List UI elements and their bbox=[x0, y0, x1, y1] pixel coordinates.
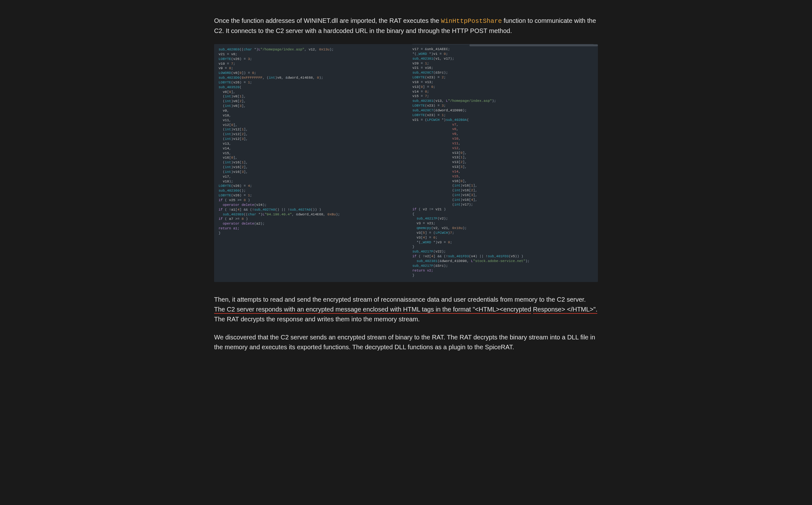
return-v2: return v2; bbox=[412, 269, 433, 273]
paragraph-3: We discovered that the C2 server sends a… bbox=[214, 332, 598, 352]
code-column-right: v17 = &unk_41AEEC; *(_WORD *)v1 = 0; sub… bbox=[412, 44, 593, 278]
hex-0x13u: 0x13u bbox=[319, 47, 330, 51]
inline-code-winhttppostshare: WinHttpPostShare bbox=[441, 17, 502, 25]
code-column-left: sub_4028E0((char *)L"/homepage/index.asp… bbox=[219, 47, 400, 278]
p2-text-after: The RAT decrypts the response and writes… bbox=[214, 316, 420, 323]
return-a1: return a1; bbox=[219, 226, 239, 230]
hex-ffffffff: 0xFFFFFFFF bbox=[242, 76, 263, 79]
p2-underlined-2: Response> </HTML>". bbox=[533, 306, 597, 314]
p2-underlined-1: The C2 server responds with an encrypted… bbox=[214, 306, 531, 314]
paragraph-1: Once the function addresses of WININET.d… bbox=[214, 16, 598, 36]
string-domain: "stock.adobe-service.net" bbox=[473, 259, 525, 263]
string-ip: "94.198.40.4" bbox=[264, 212, 292, 216]
string-homepage-url: "/homepage/index.asp" bbox=[260, 47, 304, 51]
paragraph-2: Then, it attempts to read and send the e… bbox=[214, 295, 598, 324]
hex-0xBu: 0xBu bbox=[327, 212, 336, 216]
hex-0x18u: 0x18u bbox=[452, 226, 462, 230]
p2-text-before: Then, it attempts to read and send the e… bbox=[214, 296, 586, 303]
decompiled-code-figure: sub_4028E0((char *)L"/homepage/index.asp… bbox=[214, 44, 598, 282]
article-body: Once the function addresses of WININET.d… bbox=[205, 0, 607, 379]
p1-text-before: Once the function addresses of WININET.d… bbox=[214, 17, 441, 24]
